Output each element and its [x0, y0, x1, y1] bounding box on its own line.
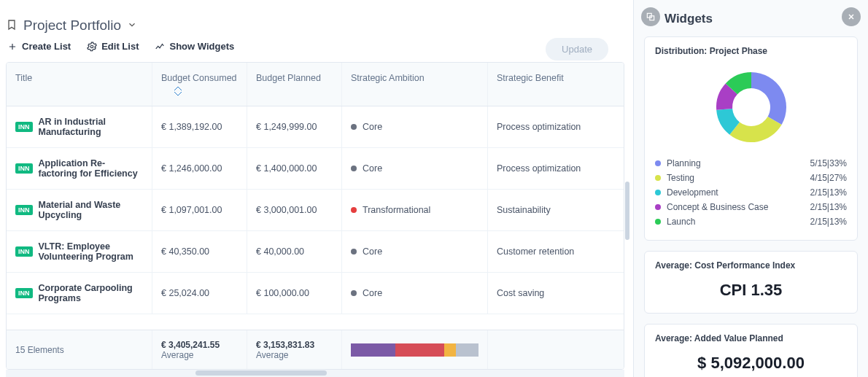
footer-budget-consumed: € 3,405,241.55 Average [152, 330, 247, 369]
table-row[interactable]: INNMaterial and Waste Upcycling€ 1,097,0… [7, 190, 624, 231]
legend-value: 5/15|33% [810, 158, 848, 168]
widget-distribution-title: Distribution: Project Phase [655, 46, 847, 56]
cell-title: INNVLTR: Employee Volunteering Program [7, 231, 152, 272]
edit-list-button[interactable]: Edit List [87, 41, 139, 52]
col-header-budget-planned[interactable]: Budget Planned [247, 63, 342, 106]
legend-item: Testing4/15|27% [655, 173, 847, 183]
bookmark-icon[interactable] [6, 19, 18, 33]
legend-value: 2/15|13% [810, 217, 848, 227]
table-header-row: Title Budget Consumed Budget Planned Str… [7, 63, 624, 106]
footer-budget-planned: € 3,153,831.83 Average [247, 330, 342, 369]
widget-cpi-title: Average: Cost Performance Index [655, 260, 847, 271]
cell-budget-consumed: € 25,024.00 [152, 273, 247, 314]
cell-budget-consumed: € 1,097,001.00 [152, 190, 247, 230]
panel-fullscreen-button[interactable] [641, 7, 660, 26]
legend-value: 2/15|13% [810, 187, 848, 198]
widget-distribution: Distribution: Project Phase Planning5/15… [644, 36, 858, 241]
badge: INN [15, 122, 33, 132]
scrollbar-thumb[interactable] [195, 370, 327, 376]
page-header: Project Portfolio [6, 6, 624, 41]
chevron-down-icon[interactable] [127, 20, 137, 32]
project-table: Title Budget Consumed Budget Planned Str… [6, 62, 624, 370]
cell-benefit: Cost saving [488, 273, 605, 314]
legend-value: 4/15|27% [810, 173, 848, 183]
footer-elements: 15 Elements [7, 330, 152, 369]
legend-dot-icon [655, 190, 661, 195]
cell-budget-consumed: € 1,246,000.00 [152, 148, 247, 189]
cell-benefit: Customer retention [488, 231, 605, 272]
cell-ambition: Core [342, 148, 488, 189]
footer-ambition-chart [342, 330, 488, 369]
cell-title: INNApplication Re-factoring for Efficien… [7, 148, 152, 189]
stacked-bar [351, 343, 478, 357]
cell-budget-consumed: € 1,389,192.00 [152, 106, 247, 147]
update-button[interactable]: Update [546, 38, 608, 61]
close-button[interactable] [842, 7, 861, 26]
cell-budget-planned: € 100,000.00 [247, 273, 342, 314]
legend-label: Development [667, 187, 718, 198]
chart-legend: Planning5/15|33%Testing4/15|27%Developme… [655, 158, 847, 227]
cell-benefit: Process optimization [488, 106, 605, 147]
legend-item: Launch2/15|13% [655, 217, 847, 227]
table-row[interactable]: INNApplication Re-factoring for Efficien… [7, 148, 624, 190]
legend-dot-icon [655, 219, 661, 225]
cell-title: INNCorporate Carpooling Programs [7, 273, 152, 314]
legend-label: Testing [667, 173, 694, 183]
col-header-title[interactable]: Title [7, 63, 152, 106]
cell-title: INNAR in Industrial Manufacturing [7, 106, 152, 147]
cell-ambition: Core [342, 106, 488, 147]
update-label: Update [562, 44, 592, 55]
bar-segment [444, 343, 456, 357]
vertical-scrollbar[interactable] [625, 182, 629, 240]
legend-item: Concept & Business Case2/15|13% [655, 202, 847, 212]
create-list-button[interactable]: Create List [7, 41, 71, 52]
legend-label: Planning [667, 158, 701, 168]
donut-chart [655, 63, 847, 151]
sort-icon[interactable] [174, 87, 182, 96]
col-header-strategic-ambition[interactable]: Strategic Ambition [342, 63, 488, 106]
cell-ambition: Transformational [342, 190, 488, 230]
legend-value: 2/15|13% [810, 202, 848, 212]
cell-budget-planned: € 3,000,001.00 [247, 190, 342, 230]
cell-benefit: Process optimization [488, 148, 605, 189]
table-footer: 15 Elements € 3,405,241.55 Average € 3,1… [7, 330, 624, 369]
cell-benefit: Sustainability [488, 190, 605, 230]
show-widgets-button[interactable]: Show Widgets [155, 41, 234, 52]
page-title: Project Portfolio [23, 18, 121, 34]
legend-dot-icon [655, 160, 661, 166]
legend-label: Concept & Business Case [667, 202, 768, 212]
badge: INN [15, 246, 33, 257]
widgets-title: Widgets [664, 12, 858, 26]
cell-budget-consumed: € 40,350.00 [152, 231, 247, 272]
legend-label: Launch [667, 217, 695, 227]
col-header-strategic-benefit[interactable]: Strategic Benefit [488, 63, 605, 106]
show-widgets-label: Show Widgets [169, 41, 234, 52]
widget-cpi: Average: Cost Performance Index CPI 1.35 [644, 251, 858, 314]
widgets-panel: Widgets Distribution: Project Phase Plan… [633, 0, 868, 377]
bar-segment [351, 343, 395, 357]
svg-point-0 [90, 45, 93, 48]
legend-dot-icon [655, 175, 661, 181]
footer-benefit [488, 330, 605, 369]
col-header-budget-consumed[interactable]: Budget Consumed [152, 63, 247, 106]
edit-list-label: Edit List [101, 41, 139, 52]
table-row[interactable]: INNCorporate Carpooling Programs€ 25,024… [7, 273, 624, 314]
cell-ambition: Core [342, 231, 488, 272]
cell-budget-planned: € 1,249,999.00 [247, 106, 342, 147]
cell-budget-planned: € 1,400,000.00 [247, 148, 342, 189]
table-row[interactable]: INNVLTR: Employee Volunteering Program€ … [7, 231, 624, 273]
toolbar: Create List Edit List Show Widgets Updat… [6, 41, 624, 62]
cell-budget-planned: € 40,000.00 [247, 231, 342, 272]
cell-title: INNMaterial and Waste Upcycling [7, 190, 152, 230]
table-body[interactable]: INNAR in Industrial Manufacturing€ 1,389… [7, 106, 624, 330]
table-row[interactable]: INNAR in Industrial Manufacturing€ 1,389… [7, 106, 624, 148]
bar-segment [456, 343, 479, 357]
widget-added-value-title: Average: Added Value Planned [655, 333, 847, 343]
legend-dot-icon [655, 204, 661, 210]
main-content: Project Portfolio Create List Edit List … [0, 0, 633, 377]
badge: INN [15, 163, 33, 174]
cpi-value: CPI 1.35 [655, 278, 847, 304]
horizontal-scrollbar[interactable] [6, 370, 624, 377]
badge: INN [15, 288, 33, 298]
widget-added-value: Average: Added Value Planned $ 5,092,000… [644, 324, 858, 377]
